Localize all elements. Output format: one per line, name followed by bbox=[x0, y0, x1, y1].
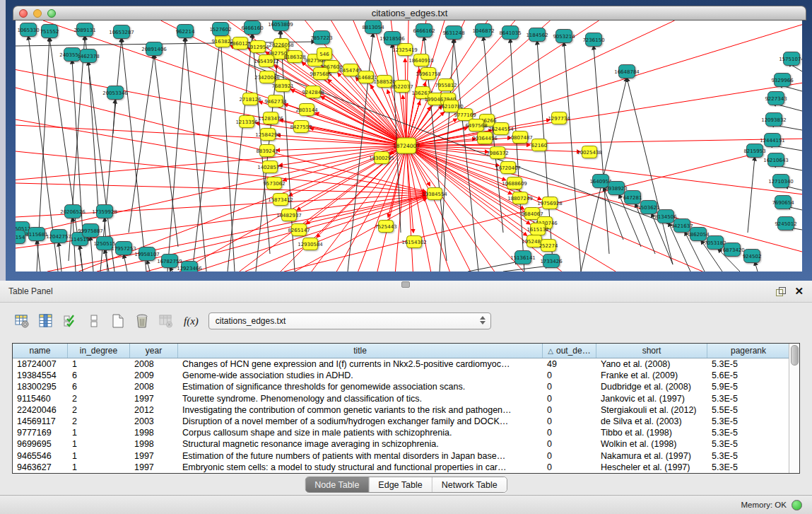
table-cell: 0 bbox=[543, 438, 596, 450]
graph-node-label: 6466162 bbox=[413, 28, 435, 34]
table-header-row: namein_degreeyeartitle△out_de…shortpager… bbox=[13, 344, 789, 358]
table-cell: de Silva et al. (2003) bbox=[596, 416, 707, 427]
table-scrollbar[interactable] bbox=[789, 344, 799, 473]
graph-node-label: 8186328 bbox=[283, 54, 305, 60]
graph-node-label: 20206526 bbox=[60, 209, 86, 215]
graph-node-label: 23420046 bbox=[254, 75, 280, 81]
table-row[interactable]: 946362711997Embryonic stem cells: a mode… bbox=[13, 462, 789, 473]
table-cell: 22420046 bbox=[13, 404, 68, 416]
select-column-icon[interactable] bbox=[37, 312, 55, 330]
table-cell: Stergiakouli et al. (2012) bbox=[596, 404, 707, 416]
table-cell: 9463627 bbox=[13, 462, 68, 473]
table-row[interactable]: 1938455462009Genome-wide association stu… bbox=[13, 370, 789, 381]
table-cell: Jankovic et al. (1997) bbox=[596, 393, 707, 404]
table-cell: 0 bbox=[543, 381, 596, 392]
graph-node-label: 1733426 bbox=[540, 259, 563, 264]
graph-node-label: 7053182 bbox=[704, 240, 726, 246]
table-cell: Structural magnetic resonance image aver… bbox=[178, 438, 543, 450]
table-cell: 1998 bbox=[130, 438, 178, 450]
traffic-lights bbox=[19, 9, 56, 18]
new-document-icon[interactable] bbox=[109, 312, 127, 330]
graph-node-label: 7525443 bbox=[375, 224, 396, 230]
graph-node-label: 8215953 bbox=[743, 148, 765, 154]
table-cell: 1 bbox=[68, 438, 130, 450]
status-bar: Memory: OK bbox=[0, 495, 812, 514]
table-row[interactable]: 2242004622012Investigating the contribut… bbox=[13, 404, 789, 416]
column-header-pagerank[interactable]: pagerank bbox=[707, 344, 789, 358]
table-row[interactable]: 1830029562008Estimation of significance … bbox=[13, 381, 789, 392]
graph-node-label: 8522037 bbox=[391, 84, 413, 90]
close-panel-icon[interactable]: ✕ bbox=[794, 286, 804, 296]
table-row[interactable]: 1456911722003Disruption of a novel membe… bbox=[13, 416, 789, 427]
float-panel-icon[interactable] bbox=[776, 287, 786, 296]
graph-node-label: 1065330 bbox=[17, 28, 39, 33]
graph-node-label: 17957253 bbox=[111, 246, 136, 252]
table-row[interactable]: 911546021997Tourette syndrome. Phenomeno… bbox=[13, 393, 789, 404]
graph-node-label: 14028573 bbox=[257, 165, 283, 170]
close-window-button[interactable] bbox=[19, 9, 28, 18]
network-graph-canvas[interactable]: 1872400791638228860128891295428226058982… bbox=[16, 21, 802, 271]
graph-node-label: 9875685 bbox=[310, 71, 331, 77]
graph-node-label: 10025438 bbox=[577, 150, 602, 156]
column-header-short[interactable]: short bbox=[596, 344, 707, 358]
graph-node-label: 7683921 bbox=[271, 83, 293, 89]
graph-node-label: 19958107 bbox=[134, 252, 160, 257]
tab-node-table[interactable]: Node Table bbox=[305, 477, 369, 492]
divider-handle[interactable] bbox=[401, 281, 410, 288]
tab-network-table[interactable]: Network Table bbox=[433, 477, 507, 492]
graph-node-label: 16648784 bbox=[614, 69, 640, 75]
table-cell: 1 bbox=[68, 450, 130, 462]
graph-node-label: 7986372 bbox=[486, 151, 508, 156]
table-cell: Yano et al. (2008) bbox=[596, 358, 707, 370]
graph-node-label: 18724007 bbox=[393, 143, 420, 149]
graph-node-label: 647281 bbox=[623, 195, 642, 201]
delete-icon[interactable] bbox=[133, 312, 151, 330]
table-cell: 0 bbox=[543, 427, 596, 438]
graph-node-label: 39154 bbox=[16, 235, 25, 240]
graph-node-label: 12930584 bbox=[298, 242, 323, 247]
dropdown-stepper-icon bbox=[480, 316, 486, 325]
select-rows-icon[interactable] bbox=[61, 312, 79, 330]
minimize-window-button[interactable] bbox=[33, 9, 42, 18]
graph-node-label: 8265147 bbox=[288, 228, 310, 233]
graph-node-label: 10653287 bbox=[109, 30, 134, 35]
column-header-out_de[interactable]: △out_de… bbox=[543, 344, 596, 358]
window-titlebar[interactable]: citations_edges.txt bbox=[13, 6, 806, 21]
graph-node-label: 16720407 bbox=[495, 165, 521, 171]
graph-node-label: 6466160 bbox=[241, 25, 263, 31]
column-header-year[interactable]: year bbox=[130, 344, 178, 358]
graph-node-label: 16782759 bbox=[157, 259, 182, 264]
table-cell: 2 bbox=[68, 404, 130, 416]
table-settings-icon[interactable] bbox=[13, 312, 31, 330]
table-cell: Franke et al. (2009) bbox=[596, 370, 707, 381]
table-cell: Wolkin et al. (1998) bbox=[596, 438, 707, 450]
scrollbar-thumb[interactable] bbox=[791, 345, 799, 366]
zoom-window-button[interactable] bbox=[47, 9, 56, 18]
graph-node-label: 7690654 bbox=[772, 200, 794, 206]
table-row[interactable]: 969969511998Structural magnetic resonanc… bbox=[13, 438, 789, 450]
graph-node-label: 8134506 bbox=[654, 214, 677, 220]
table-row[interactable]: 977716911998Corpus callosum shape and si… bbox=[13, 427, 789, 438]
table-cell: Changes of HCN gene expression and I(f) … bbox=[178, 358, 543, 370]
column-header-name[interactable]: name bbox=[13, 344, 68, 358]
tab-edge-table[interactable]: Edge Table bbox=[369, 477, 432, 492]
graph-node-label: 19384554 bbox=[422, 192, 447, 197]
graph-node-label: 7955812 bbox=[435, 83, 457, 88]
table-row[interactable]: 946554611997Estimation of the future num… bbox=[13, 450, 789, 462]
table-cell: Disruption of a novel member of a sodium… bbox=[178, 416, 543, 427]
graph-node-label: 2089131 bbox=[73, 28, 95, 33]
stacked-rows-icon[interactable] bbox=[85, 312, 103, 330]
column-header-in_degree[interactable]: in_degree bbox=[68, 344, 130, 358]
table-source-dropdown[interactable]: citations_edges.txt bbox=[208, 313, 491, 329]
graph-node-label: 7236150 bbox=[582, 37, 604, 43]
graph-node-label: 9462734 bbox=[264, 99, 287, 105]
graph-node-label: 1503621 bbox=[637, 205, 659, 211]
delete-table-icon[interactable] bbox=[157, 312, 175, 330]
graph-node-label: 8839241 bbox=[256, 148, 278, 154]
function-builder-icon[interactable]: f(x) bbox=[184, 315, 199, 327]
graph-node-label: 546 bbox=[319, 52, 329, 57]
column-header-title[interactable]: title bbox=[178, 344, 543, 358]
graph-node-label: 19756928 bbox=[537, 201, 563, 206]
table-cell: 5.3E-5 bbox=[707, 393, 789, 404]
table-row[interactable]: 1872400712008Changes of HCN gene express… bbox=[13, 358, 789, 370]
